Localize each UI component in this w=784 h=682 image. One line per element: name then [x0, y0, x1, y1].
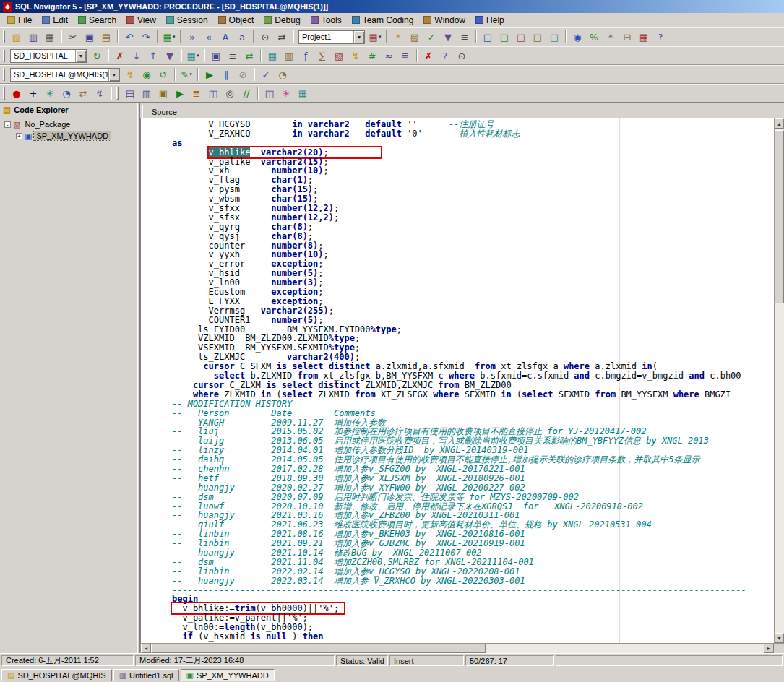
- menu-search[interactable]: Search: [73, 13, 121, 27]
- horizontal-scroll-thumb[interactable]: [151, 644, 486, 653]
- new-session-button[interactable]: ↯: [122, 67, 138, 82]
- copy-object-button[interactable]: ▣: [208, 48, 224, 64]
- doc-preview-button[interactable]: ▥: [139, 86, 155, 101]
- horizontal-scroll-track[interactable]: [486, 644, 764, 653]
- menu-window[interactable]: Window: [418, 13, 470, 27]
- procedures-button[interactable]: ƒ: [298, 48, 314, 64]
- vertical-scroll-thumb[interactable]: [775, 130, 784, 303]
- compile-button[interactable]: ✓: [423, 30, 439, 45]
- dropdown-arrow-icon[interactable]: ▾: [379, 34, 382, 40]
- help-button[interactable]: ?: [652, 30, 668, 45]
- window-tab-sd_hospital@mqhis[interactable]: ▤SD_HOSPITAL@MQHIS: [1, 669, 112, 681]
- undo-button[interactable]: ↶: [121, 30, 137, 45]
- edit-button[interactable]: ✎▾: [178, 67, 194, 82]
- gauge-button[interactable]: ◔: [59, 86, 74, 101]
- packages-button[interactable]: ▧: [331, 48, 347, 64]
- cut-button[interactable]: ✂: [65, 30, 81, 45]
- code-editor[interactable]: V_HCGYSO in varchar2 default '' --注册证号 V…: [141, 118, 774, 643]
- tab-source[interactable]: Source: [142, 105, 186, 118]
- code-assistant-button[interactable]: ✳: [278, 86, 294, 101]
- menu-object[interactable]: Object: [213, 13, 259, 27]
- halt-button[interactable]: ⊘: [235, 67, 251, 82]
- project-combo[interactable]: Project1▼: [298, 30, 365, 44]
- vertical-scrollbar[interactable]: ▲ ▼: [774, 118, 784, 643]
- extract-ddl-button[interactable]: ≡: [457, 30, 473, 45]
- scroll-right-icon[interactable]: ►: [764, 644, 774, 653]
- project-manager-button[interactable]: ▦▾: [367, 30, 383, 45]
- job-scheduler-button[interactable]: ▦: [636, 30, 652, 45]
- compile-invalid-button[interactable]: ✗: [112, 48, 128, 64]
- pause-button[interactable]: ∥: [218, 67, 234, 82]
- db-explorer-button[interactable]: □: [480, 30, 496, 45]
- menu-session[interactable]: Session: [161, 13, 213, 27]
- verify-button[interactable]: ✓: [258, 67, 274, 82]
- schedule-button[interactable]: ◔: [275, 67, 290, 82]
- save-button[interactable]: ▥: [25, 30, 41, 45]
- schema-combo[interactable]: SD_HOSPITAL▼: [10, 49, 87, 63]
- menu-tools[interactable]: Tools: [306, 13, 347, 27]
- describe-button[interactable]: ?: [437, 48, 453, 64]
- sequences-button[interactable]: #: [364, 48, 380, 64]
- paste-button[interactable]: ▤: [98, 30, 114, 45]
- find-object-button[interactable]: ⊙: [454, 48, 470, 64]
- dropdown-arrow-icon[interactable]: ▾: [197, 53, 199, 59]
- toolbar-grip[interactable]: [3, 30, 5, 43]
- run-script-button[interactable]: ▶: [172, 86, 188, 101]
- title-bar[interactable]: ◆ SQL Navigator 5 - [SP_XM_YYWHADD: PROC…: [0, 0, 784, 13]
- execute-button[interactable]: ▶: [202, 67, 217, 82]
- lowercase-button[interactable]: a: [234, 30, 250, 45]
- move-down-button[interactable]: ↓: [129, 48, 145, 64]
- web-support-button[interactable]: ◉: [569, 30, 585, 45]
- tree-item-sp_xm_yywhadd[interactable]: +▣SP_XM_YYWHADD: [0, 130, 137, 142]
- indent-button[interactable]: »: [184, 30, 200, 45]
- toolbar-grip[interactable]: [3, 68, 5, 81]
- snippets-button[interactable]: ✳: [42, 86, 58, 101]
- database-button[interactable]: ⊟: [619, 30, 635, 45]
- find-button[interactable]: ⊙: [257, 30, 273, 45]
- functions-button[interactable]: ∑: [314, 48, 330, 64]
- combo-dropdown-icon[interactable]: ▼: [353, 31, 364, 43]
- menu-team-coding[interactable]: Team Coding: [347, 13, 419, 27]
- tree-item-no_package[interactable]: -▧No_Package: [0, 118, 137, 130]
- copy-results-button[interactable]: ▣: [155, 86, 171, 101]
- filter-button[interactable]: ▼: [440, 30, 456, 45]
- menu-help[interactable]: Help: [470, 13, 509, 27]
- open-button[interactable]: ▨: [9, 30, 25, 45]
- dropdown-arrow-icon[interactable]: ▾: [189, 72, 192, 77]
- views-button[interactable]: ▥: [281, 48, 297, 64]
- scroll-left-icon[interactable]: ◄: [141, 644, 151, 653]
- menu-file[interactable]: File: [2, 13, 37, 27]
- combo-dropdown-icon[interactable]: ▼: [108, 69, 119, 81]
- output-list-button[interactable]: ≣: [189, 86, 204, 101]
- ddl-script-button[interactable]: ≡: [225, 48, 241, 64]
- drop-object-button[interactable]: ✗: [421, 48, 436, 64]
- refresh-button[interactable]: ↻: [89, 48, 105, 64]
- watch-button[interactable]: ◫: [262, 86, 277, 101]
- collapse-icon[interactable]: -: [4, 121, 11, 128]
- object-grid-button[interactable]: ▦▾: [185, 48, 201, 64]
- replace-button[interactable]: ⇄: [274, 30, 290, 45]
- find-objects-button[interactable]: □: [530, 30, 546, 45]
- toolbar-grip[interactable]: [3, 49, 5, 62]
- output-window-button[interactable]: □: [546, 30, 562, 45]
- dropdown-arrow-icon[interactable]: ▾: [173, 34, 176, 40]
- profiler-button[interactable]: %: [586, 30, 602, 45]
- jump-to-button[interactable]: ↯: [92, 86, 108, 101]
- rollback-button[interactable]: ↺: [155, 67, 171, 82]
- open-object-button[interactable]: ▧: [407, 30, 423, 45]
- code-editor-window-button[interactable]: □: [496, 30, 512, 45]
- comment-lines-button[interactable]: //: [238, 86, 254, 101]
- scroll-down-icon[interactable]: ▼: [775, 633, 784, 643]
- move-up-button[interactable]: ↑: [145, 48, 161, 64]
- menu-view[interactable]: View: [121, 13, 161, 27]
- filter-objects-button[interactable]: ▼: [162, 48, 178, 64]
- data-grid-button[interactable]: ▦▾: [161, 30, 177, 45]
- add-item-button[interactable]: +: [25, 86, 41, 101]
- synonyms-button[interactable]: ≈: [381, 48, 397, 64]
- toolbar-grip[interactable]: [116, 87, 119, 100]
- find-in-source-button[interactable]: ◎: [222, 86, 238, 101]
- menu-edit[interactable]: Edit: [37, 13, 73, 27]
- record-macro-button[interactable]: ●: [9, 86, 25, 101]
- horizontal-scrollbar[interactable]: ◄ ►: [140, 643, 784, 653]
- expand-icon[interactable]: +: [16, 133, 22, 139]
